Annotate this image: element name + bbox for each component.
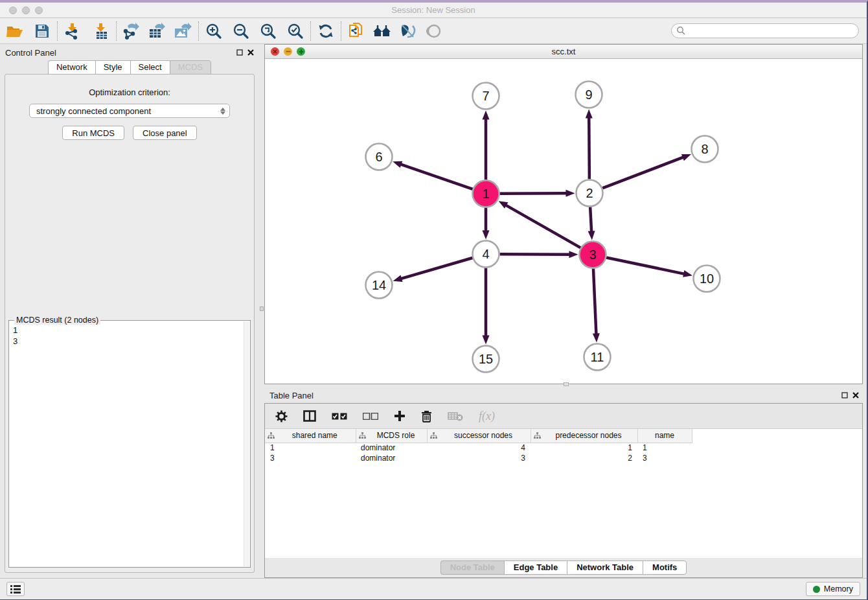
- tab-motifs[interactable]: Motifs: [643, 560, 687, 575]
- graph-node-11[interactable]: 11: [584, 344, 611, 371]
- cell-shared-name[interactable]: 3: [265, 453, 356, 463]
- show-column-button[interactable]: [303, 410, 316, 422]
- zoom-selected-button[interactable]: [286, 21, 305, 41]
- eye-icon: [425, 23, 443, 40]
- criterion-select[interactable]: strongly connected component: [29, 104, 230, 118]
- graph-edge-4-14[interactable]: [400, 258, 472, 279]
- table-toolbar: f(x): [265, 404, 862, 428]
- table-panel: Table Panel: [264, 387, 863, 578]
- delete-table-button[interactable]: [448, 411, 463, 421]
- cell-name[interactable]: 3: [637, 453, 692, 463]
- hide-panels-button[interactable]: [424, 21, 444, 41]
- graph-edge-2-8[interactable]: [602, 157, 685, 188]
- tab-network-table[interactable]: Network Table: [567, 560, 643, 575]
- cell-successor-nodes[interactable]: 4: [427, 443, 531, 453]
- tab-edge-table[interactable]: Edge Table: [504, 560, 567, 575]
- cell-mcds-role[interactable]: dominator: [356, 443, 427, 453]
- graph-edge-4-3[interactable]: [499, 254, 571, 255]
- search-input[interactable]: [671, 23, 859, 38]
- import-table-button[interactable]: [91, 21, 111, 41]
- graph-node-3[interactable]: 3: [580, 242, 606, 268]
- column-header-shared-name[interactable]: shared name: [265, 429, 356, 443]
- vertical-splitter[interactable]: [259, 44, 264, 578]
- import-network-button[interactable]: [63, 21, 82, 41]
- task-history-button[interactable]: [6, 582, 25, 596]
- graph-edge-1-2[interactable]: [499, 193, 567, 194]
- graph-node-14[interactable]: 14: [366, 272, 393, 299]
- graph-edge-3-10[interactable]: [606, 257, 685, 274]
- svg-text:14: 14: [372, 278, 386, 292]
- graph-node-4[interactable]: 4: [473, 241, 499, 268]
- graph-node-15[interactable]: 15: [473, 346, 499, 373]
- table-settings-button[interactable]: [275, 410, 288, 422]
- gear-icon: [275, 410, 288, 422]
- cell-mcds-role[interactable]: dominator: [356, 453, 427, 463]
- deselect-all-button[interactable]: [363, 413, 378, 420]
- delete-column-button[interactable]: [421, 410, 432, 422]
- graph-node-7[interactable]: 7: [473, 83, 499, 110]
- table-row[interactable]: 3 dominator 3 2 3: [265, 453, 692, 463]
- cell-shared-name[interactable]: 1: [265, 443, 356, 453]
- cell-successor-nodes[interactable]: 3: [427, 453, 531, 463]
- tab-select[interactable]: Select: [130, 60, 170, 75]
- cell-predecessor-nodes[interactable]: 2: [531, 453, 637, 463]
- network-canvas[interactable]: 7968124314101511: [265, 59, 862, 384]
- vizmapper-button[interactable]: [398, 21, 418, 41]
- column-header-mcds-role[interactable]: MCDS role: [356, 429, 427, 443]
- cell-predecessor-nodes[interactable]: 1: [531, 443, 637, 453]
- function-builder-button[interactable]: f(x): [479, 410, 495, 423]
- graph-edge-3-1[interactable]: [505, 205, 580, 248]
- run-mcds-button[interactable]: Run MCDS: [62, 126, 124, 140]
- memory-button[interactable]: Memory: [806, 582, 860, 596]
- cell-name[interactable]: 1: [637, 443, 692, 453]
- graph-node-2[interactable]: 2: [577, 180, 603, 207]
- tab-network[interactable]: Network: [48, 60, 95, 75]
- select-all-button[interactable]: [332, 413, 347, 420]
- create-column-button[interactable]: [394, 410, 405, 422]
- export-image-button[interactable]: [174, 21, 193, 41]
- float-panel-icon[interactable]: [236, 49, 243, 56]
- graph-edge-3-11[interactable]: [593, 268, 597, 335]
- zoom-fit-icon: [260, 23, 277, 40]
- memory-label: Memory: [824, 584, 853, 594]
- graph-edge-1-6[interactable]: [400, 164, 473, 189]
- memory-status-icon: [813, 586, 820, 593]
- zoom-out-button[interactable]: [231, 21, 251, 41]
- graph-edge-2-9[interactable]: [589, 116, 589, 179]
- main-toolbar: [0, 18, 867, 44]
- clone-network-button[interactable]: [347, 21, 366, 41]
- export-table-button[interactable]: [148, 21, 167, 41]
- float-table-panel-icon[interactable]: [841, 392, 848, 398]
- edge-arrowhead: [483, 336, 490, 345]
- column-header-name[interactable]: name: [637, 429, 692, 443]
- vizmapper-icon: [400, 23, 417, 40]
- export-network-button[interactable]: [122, 21, 141, 41]
- zoom-in-button[interactable]: [204, 21, 223, 41]
- graph-node-10[interactable]: 10: [694, 266, 720, 292]
- table-row[interactable]: 1 dominator 4 1 1: [265, 443, 692, 453]
- columns-icon: [303, 410, 316, 422]
- graph-node-6[interactable]: 6: [366, 144, 393, 170]
- network-graph: 7968124314101511: [265, 59, 862, 383]
- graph-edge-2-3[interactable]: [590, 207, 591, 233]
- result-scrollbar[interactable]: [244, 321, 249, 566]
- close-panel-icon[interactable]: [247, 49, 254, 56]
- open-session-button[interactable]: [5, 21, 25, 41]
- save-session-button[interactable]: [32, 21, 52, 41]
- close-panel-button[interactable]: Close panel: [133, 126, 197, 140]
- close-table-panel-icon[interactable]: [852, 392, 859, 398]
- open-browser-button[interactable]: [372, 21, 392, 41]
- column-header-successor-nodes[interactable]: successor nodes: [427, 429, 531, 443]
- zoom-fit-button[interactable]: [258, 21, 278, 41]
- graph-node-9[interactable]: 9: [576, 82, 602, 108]
- tab-style[interactable]: Style: [95, 60, 130, 75]
- column-header-predecessor-nodes[interactable]: predecessor nodes: [531, 429, 637, 443]
- refresh-view-button[interactable]: [316, 21, 336, 41]
- graph-node-8[interactable]: 8: [692, 136, 718, 163]
- graph-node-1[interactable]: 1: [473, 181, 499, 207]
- network-resize-grip[interactable]: [564, 382, 569, 386]
- tab-node-table[interactable]: Node Table: [440, 560, 504, 575]
- splitter-grip[interactable]: [260, 306, 264, 311]
- toolbar-separator: [310, 21, 311, 41]
- tab-mcds[interactable]: MCDS: [170, 60, 211, 75]
